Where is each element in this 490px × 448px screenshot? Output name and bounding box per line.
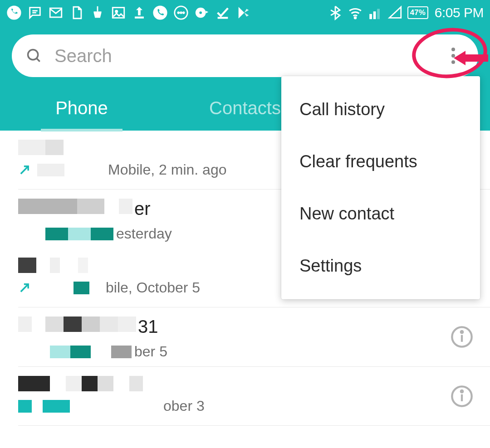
search-bar[interactable]	[12, 34, 478, 77]
signal2-icon	[387, 5, 403, 20]
svg-point-8	[153, 5, 167, 19]
clock-text: 6:05 PM	[435, 5, 484, 20]
svg-point-12	[183, 12, 184, 14]
svg-rect-4	[97, 6, 98, 11]
search-input[interactable]	[54, 46, 442, 66]
info-button[interactable]	[450, 385, 474, 408]
menu-settings[interactable]: Settings	[281, 240, 480, 292]
phone-circle-icon	[6, 5, 22, 20]
svg-rect-18	[373, 11, 376, 19]
svg-point-6	[116, 10, 118, 12]
bluetooth-icon	[328, 5, 343, 20]
svg-rect-19	[377, 9, 380, 19]
svg-point-24	[461, 331, 463, 333]
svg-rect-17	[369, 14, 372, 19]
wifi-icon	[348, 5, 363, 20]
gallery-icon	[111, 5, 126, 20]
call-info-suffix: Mobile, 2 min. ago	[108, 161, 226, 178]
upload-icon	[132, 5, 147, 20]
call-info-suffix: esterday	[116, 225, 172, 242]
info-button[interactable]	[450, 325, 474, 349]
svg-point-10	[178, 12, 179, 14]
call-name-suffix: er	[134, 199, 151, 219]
play-store-icon	[236, 5, 251, 20]
more-button[interactable]	[442, 44, 465, 67]
menu-clear-frequents[interactable]: Clear frequents	[281, 136, 480, 188]
whatsapp-icon	[152, 5, 168, 20]
svg-rect-7	[135, 17, 144, 19]
menu-new-contact[interactable]: New contact	[281, 188, 480, 240]
message-icon	[27, 5, 43, 20]
outgoing-call-icon	[18, 164, 31, 176]
cleanup-icon	[90, 5, 105, 20]
call-info-suffix: bile, October 5	[106, 279, 200, 296]
tab-phone[interactable]: Phone	[0, 85, 163, 131]
dots-circle-icon	[173, 5, 189, 20]
svg-line-21	[37, 58, 40, 62]
file-icon	[69, 5, 84, 20]
call-row[interactable]: ober 3	[18, 367, 490, 426]
call-info-suffix: ober 3	[163, 398, 205, 414]
call-name-suffix: 31	[138, 317, 158, 337]
status-bar: 47% 6:05 PM	[0, 0, 490, 25]
svg-point-11	[181, 12, 182, 14]
status-left	[6, 5, 251, 20]
search-icon	[25, 47, 43, 64]
battery-text: 47%	[410, 8, 426, 17]
battery-icon: 47%	[407, 6, 428, 19]
menu-call-history[interactable]: Call history	[281, 83, 480, 136]
check-icon	[215, 5, 230, 20]
svg-point-27	[461, 390, 463, 392]
gmail-icon	[48, 5, 64, 20]
svg-point-14	[199, 11, 202, 14]
svg-point-16	[354, 17, 356, 19]
call-info-suffix: ber 5	[134, 343, 167, 360]
call-row[interactable]: 31 ber 5	[18, 307, 490, 367]
overflow-menu: Call history Clear frequents New contact…	[281, 76, 480, 299]
status-right: 47% 6:05 PM	[328, 5, 484, 20]
svg-point-20	[28, 50, 38, 60]
music-icon	[194, 5, 210, 20]
signal1-icon	[368, 5, 383, 20]
outgoing-call-icon	[18, 282, 31, 294]
